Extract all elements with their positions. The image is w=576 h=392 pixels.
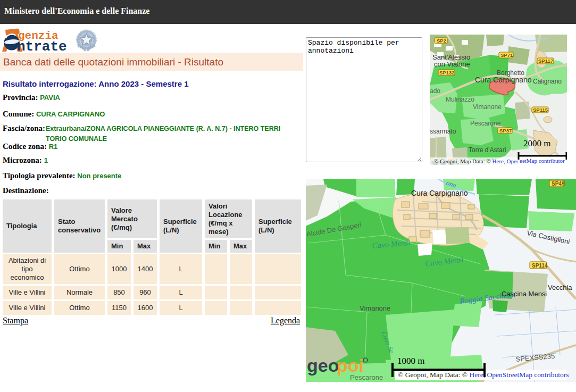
svg-text:Pescarone: Pescarone	[470, 120, 501, 127]
svg-text:SP37: SP37	[499, 128, 512, 134]
svg-text:Vecchia: Vecchia	[548, 283, 572, 291]
svg-text:SP2: SP2	[437, 38, 446, 44]
svg-text:Vimanone: Vimanone	[360, 304, 390, 312]
svg-text:SP49: SP49	[552, 181, 565, 187]
svg-text:ssarmato: ssarmato	[430, 128, 456, 135]
svg-text:2000 m: 2000 m	[523, 138, 550, 148]
svg-text:eetMap contributor: eetMap contributor	[520, 157, 565, 164]
svg-text:Cascina Mensi: Cascina Mensi	[502, 290, 547, 298]
svg-text:Cura Carpignano: Cura Carpignano	[475, 76, 532, 84]
svg-text:con Vialone: con Vialone	[434, 60, 470, 68]
svg-text:SP114: SP114	[532, 263, 548, 269]
svg-text:Vimanone: Vimanone	[473, 103, 502, 111]
svg-text:Cura Carpignano: Cura Carpignano	[411, 189, 468, 197]
svg-text:© Geopoi, Map Data: © Here, Op: © Geopoi, Map Data: © Here, OpenStreetMa…	[398, 371, 569, 379]
svg-text:Calignano: Calignano	[533, 78, 562, 85]
svg-text:ntrate: ntrate	[17, 39, 67, 52]
svg-text:poi: poi	[337, 355, 364, 376]
svg-text:© Geopoi, Map Data: © Here, Op: © Geopoi, Map Data: © Here, OpenS	[434, 158, 522, 164]
svg-text:1000 m: 1000 m	[397, 356, 424, 366]
svg-text:Mulinazzo: Mulinazzo	[446, 96, 474, 103]
svg-text:Torre d'Astari: Torre d'Astari	[469, 146, 506, 154]
svg-text:SP115: SP115	[533, 107, 548, 113]
svg-text:SP117: SP117	[538, 58, 553, 64]
svg-text:SP132: SP132	[439, 70, 455, 76]
svg-text:ado: ado	[430, 87, 440, 95]
svg-text:SP71: SP71	[500, 52, 513, 58]
svg-text:geo: geo	[307, 355, 339, 376]
